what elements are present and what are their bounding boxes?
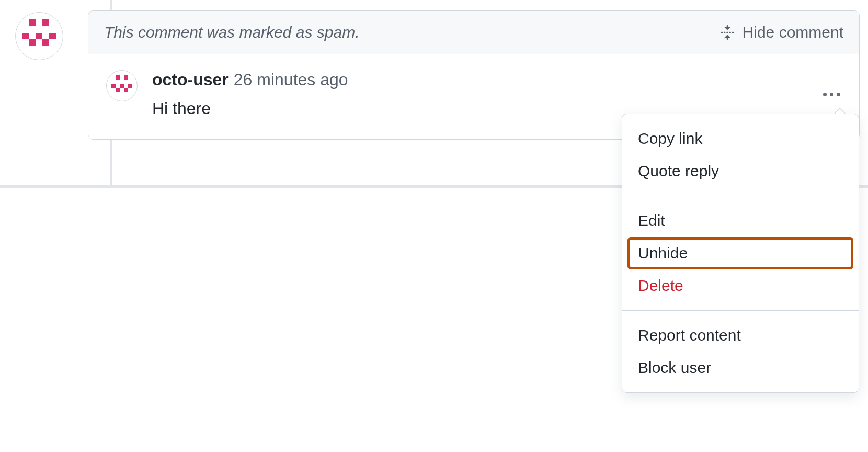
kebab-menu-button[interactable] (820, 89, 843, 99)
timestamp[interactable]: 26 minutes ago (234, 70, 348, 89)
menu-delete[interactable]: Delete (622, 269, 859, 302)
hide-comment-label: Hide comment (743, 24, 843, 41)
identicon-icon (22, 19, 56, 53)
comment-avatar[interactable] (106, 70, 138, 101)
menu-unhide[interactable]: Unhide (627, 237, 853, 269)
comment-content: octo-user 26 minutes ago Hi there (152, 70, 841, 118)
avatar[interactable] (15, 12, 63, 60)
menu-report-content[interactable]: Report content (622, 319, 859, 352)
hide-comment-button[interactable]: Hide comment (718, 24, 843, 41)
menu-quote-reply[interactable]: Quote reply (622, 155, 859, 187)
spam-banner-text: This comment was marked as spam. (104, 24, 359, 41)
username-link[interactable]: octo-user (152, 70, 229, 89)
menu-edit[interactable]: Edit (622, 205, 859, 237)
spam-banner: This comment was marked as spam. Hide co… (88, 11, 859, 54)
menu-copy-link[interactable]: Copy link (622, 122, 859, 155)
kebab-icon (823, 93, 840, 96)
comment-container: This comment was marked as spam. Hide co… (88, 10, 860, 140)
fold-icon (718, 24, 736, 41)
comment-meta: octo-user 26 minutes ago (152, 70, 841, 89)
comment-actions-dropdown: Copy link Quote reply Edit Unhide Delete… (622, 114, 859, 393)
menu-block-user[interactable]: Block user (622, 352, 859, 384)
identicon-icon (111, 75, 132, 96)
